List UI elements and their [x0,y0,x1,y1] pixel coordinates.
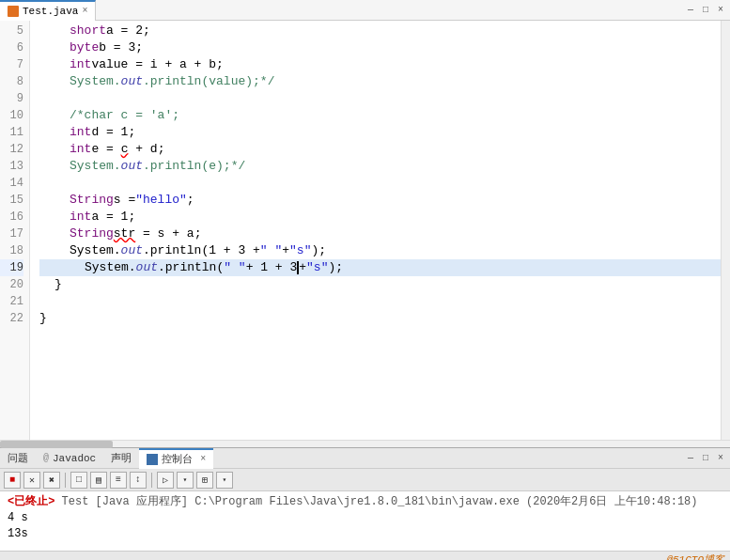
console-terminated-line: <已终止> Test [Java 应用程序] C:\Program Files\… [8,494,722,510]
line-num-21: 21 [0,293,23,310]
comment-10: /*char c = 'a'; [70,107,179,124]
tab-label: Test.java [23,6,78,17]
code-editor[interactable]: 5 6 7 8 9 10 11 12 13 14 15 16 17 18 19 … [0,21,730,440]
code-line-17: String str = s + a; [39,226,730,242]
string-s-18: "s" [289,242,311,259]
panel-maximize-btn[interactable]: □ [700,453,711,463]
bottom-panel: 问题 @ Javadoc 声明 控制台 × — □ × ■ ✕ ✖ □ ▤ ≡ … [0,447,730,560]
console-tab-icon [147,454,158,465]
declaration-tab-label: 声明 [111,451,132,465]
code-line-13: System.out.println(e);*/ [39,158,730,175]
keyword-byte: byte [70,39,99,56]
tab-bar: Test.java × — □ × [0,0,730,21]
code-line-9 [39,90,730,107]
word-wrap-btn[interactable]: ≡ [110,472,127,489]
line-numbers: 5 6 7 8 9 10 11 12 13 14 15 16 17 18 19 … [0,21,30,440]
remove-all-btn[interactable]: ✖ [43,472,60,489]
panel-minimize-btn[interactable]: — [685,453,696,463]
javadoc-tab-label: Javadoc [53,453,96,464]
line-num-18: 18 [0,242,23,259]
code-line-19[interactable]: System. out .println( " " + 1 + 3 + "s" … [39,259,730,276]
scroll-lock-btn[interactable]: ↕ [130,472,147,489]
code-lines[interactable]: short a = 2; byte b = 3; int value = i +… [30,21,730,440]
file-tab[interactable]: Test.java × [0,0,96,21]
line-num-9: 9 [0,90,23,107]
view-menu-btn[interactable]: ⊞ [196,472,213,489]
editor-window: Test.java × — □ × 5 6 7 8 9 10 11 12 13 … [0,0,730,447]
panel-tab-javadoc[interactable]: @ Javadoc [36,448,103,469]
tab-close-button[interactable]: × [82,6,87,16]
panel-tab-declaration[interactable]: 声明 [103,448,139,469]
string-space-18: " " [260,242,282,259]
window-controls: — □ × [685,5,730,15]
console-output-area: <已终止> Test [Java 应用程序] C:\Program Files\… [0,491,730,551]
terminate-btn[interactable]: ■ [4,472,21,489]
line-num-16: 16 [0,209,23,226]
terminated-program: Test [Java 应用程序] C:\Program Files\Java\j… [62,495,698,508]
keyword-int-12: int [70,141,91,158]
horizontal-scrollbar[interactable] [0,440,730,447]
scrollbar-thumb[interactable] [0,441,113,448]
dropdown-btn-2[interactable]: ▾ [216,472,233,489]
code-line-20: } [39,276,730,293]
watermark: @51CTO博客 [666,552,724,560]
panel-tab-console[interactable]: 控制台 × [139,448,213,469]
console-toolbar: ■ ✕ ✖ □ ▤ ≡ ↕ ▷ ▾ ⊞ ▾ [0,469,730,491]
method-out-19: out [136,259,158,276]
terminated-label: <已终止> [8,495,54,508]
java-file-icon [8,6,19,17]
code-line-11: int d = 1; [39,124,730,141]
code-line-18: System. out .println(1 + 3 + " " + "s" )… [39,242,730,259]
panel-tab-problems[interactable]: 问题 [0,448,36,469]
line-num-13: 13 [0,158,23,175]
line-num-11: 11 [0,124,23,141]
console-output-line-2: 13s [8,526,722,542]
new-console-btn[interactable]: □ [70,472,87,489]
minimize-button[interactable]: — [685,5,696,15]
string-hello: "hello" [135,192,187,209]
line-num-8: 8 [0,73,23,90]
pin-console-btn[interactable]: ▤ [90,472,107,489]
maximize-button[interactable]: □ [700,5,711,15]
javadoc-icon: @ [43,453,49,463]
status-bar: @51CTO博客 [0,551,730,560]
code-line-15: String s = "hello" ; [39,192,730,209]
line-num-22: 22 [0,310,23,327]
code-line-7: int value = i + a + b; [39,56,730,73]
line-num-5: 5 [0,23,23,39]
keyword-int-11: int [70,124,91,141]
line-num-17: 17 [0,226,23,242]
code-line-22: } [39,310,730,327]
keyword-int-7: int [70,56,91,73]
toolbar-separator-1 [65,473,66,488]
toolbar-separator-2 [151,473,152,488]
code-line-16: int a = 1; [39,209,730,226]
open-console-btn[interactable]: ▷ [157,472,174,489]
code-line-6: byte b = 3; [39,39,730,56]
code-line-14 [39,175,730,192]
console-tab-label: 控制台 [162,452,193,466]
dropdown-btn-1[interactable]: ▾ [177,472,194,489]
panel-close-btn[interactable]: × [715,453,726,463]
vertical-scrollbar[interactable] [721,21,730,440]
line-num-6: 6 [0,39,23,56]
code-line-21 [39,293,730,310]
keyword-short: short [70,23,106,39]
remove-launch-btn[interactable]: ✕ [23,472,40,489]
code-line-8: System.out.println(value);*/ [39,73,730,90]
output-4s: 4 s [8,511,28,524]
line-num-20: 20 [0,276,23,293]
code-line-5: short a = 2; [39,23,730,39]
string-s-19: "s" [306,259,328,276]
console-tab-close[interactable]: × [200,454,206,464]
close-window-button[interactable]: × [715,5,726,15]
keyword-int-16: int [70,209,91,226]
line-num-14: 14 [0,175,23,192]
line-num-10: 10 [0,107,23,124]
line-num-15: 15 [0,192,23,209]
keyword-string-15: String [70,192,114,209]
panel-tab-bar: 问题 @ Javadoc 声明 控制台 × — □ × [0,448,730,469]
problems-tab-label: 问题 [8,451,28,465]
comment-13: System.out.println(e);*/ [70,158,245,175]
output-13s: 13s [8,527,28,540]
